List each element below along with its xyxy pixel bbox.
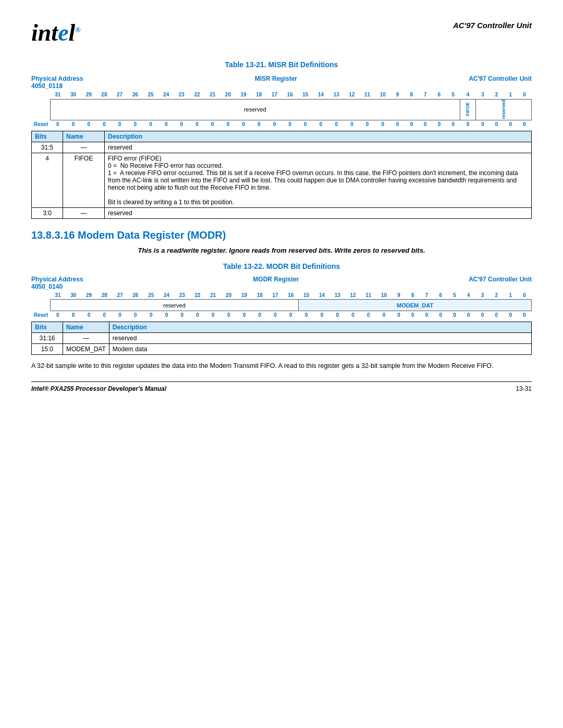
section-13816-heading: 13.8.3.16 Modem Data Register (MODR) — [31, 229, 532, 241]
misr-reg-header: Physical Address 4050_0118 MISR Register… — [31, 75, 532, 90]
modr-reset-row: Reset 00 00 00 00 00 00 00 00 00 00 00 0… — [31, 311, 532, 319]
table21-title: Table 13-21. MISR Bit Definitions — [31, 60, 532, 69]
modr-desc-col-header: Description — [109, 322, 531, 332]
header-title: AC'97 Controller Unit — [453, 21, 532, 30]
misr-data-row: reserved FIFOE reserved — [31, 99, 532, 120]
misr-bit-diagram: 31302928 27262524 23222120 19181716 1514… — [31, 91, 532, 129]
modr-reg-header: Physical Address 4050_0140 MODR Register… — [31, 276, 532, 290]
misr-row-3-0: 3:0 — reserved — [32, 207, 532, 218]
modr-ac97-label: AC'97 Controller Unit — [469, 276, 532, 290]
name-col-header: Name — [63, 131, 105, 142]
modr-name-col-header: Name — [63, 322, 109, 332]
modr-def-header: Bits Name Description — [32, 322, 532, 332]
desc-col-header: Description — [105, 131, 532, 142]
misr-reserved2-cell: reserved — [476, 99, 532, 120]
misr-fifoe-cell: FIFOE — [460, 99, 476, 120]
modr-row-15-0: 15:0 MODEM_DAT Modem data — [32, 343, 532, 354]
bit-number-header: 31302928 27262524 23222120 19181716 1514… — [31, 91, 532, 99]
footer-left: Intel® PXA255 Processor Developer's Manu… — [31, 385, 166, 392]
section-13816-note: This is a read/write register. Ignore re… — [31, 246, 532, 254]
table22-title: Table 13-22. MODR Bit Definitions — [31, 262, 532, 270]
misr-reserved-cell: reserved — [50, 99, 460, 120]
modr-bit-number-header: 31302928 27262524 23222120 19181716 1514… — [31, 291, 532, 300]
misr-def-table: Bits Name Description 31:5 — reserved 4 … — [31, 131, 532, 219]
misr-register-label: MISR Register — [255, 75, 297, 90]
misr-physical-address: Physical Address 4050_0118 — [31, 75, 83, 90]
modr-row-31-16: 31:16 — reserved — [32, 332, 532, 343]
modr-def-table: Bits Name Description 31:16 — reserved 1… — [31, 322, 532, 355]
modr-reserved-cell: reserved — [50, 300, 299, 311]
misr-row-4: 4 FIFOE FIFO error (FIFOE) 0 = No Receiv… — [32, 153, 532, 207]
modr-paragraph: A 32-bit sample write to this register u… — [31, 361, 532, 371]
misr-diagram-table: 31302928 27262524 23222120 19181716 1514… — [31, 91, 532, 129]
modr-modem-dat-cell: MODEM_DAT — [299, 300, 532, 311]
page-header: intel® AC'97 Controller Unit — [31, 21, 532, 45]
misr-reset-row: Reset 00 00 00 00 00 00 00 00 00 00 00 0… — [31, 120, 532, 129]
modr-register-label: MODR Register — [253, 276, 299, 290]
intel-logo: intel® — [31, 21, 81, 45]
footer-right: 13-31 — [516, 385, 532, 392]
modr-data-row: reserved MODEM_DAT — [31, 300, 532, 311]
misr-def-header: Bits Name Description — [32, 131, 532, 142]
modr-reset-label: Reset — [31, 311, 50, 319]
misr-ac97-label: AC'97 Controller Unit — [469, 75, 532, 90]
modr-bits-col-header: Bits — [32, 322, 63, 332]
modr-physical-address: Physical Address 4050_0140 — [31, 276, 83, 290]
modr-diagram-table: 31302928 27262524 23222120 19181716 1514… — [31, 291, 532, 319]
misr-row-31-5: 31:5 — reserved — [32, 142, 532, 153]
bits-col-header: Bits — [32, 131, 63, 142]
modr-bit-diagram: 31302928 27262524 23222120 19181716 1514… — [31, 291, 532, 319]
misr-reset-label: Reset — [31, 120, 50, 129]
page-footer: Intel® PXA255 Processor Developer's Manu… — [31, 381, 532, 392]
